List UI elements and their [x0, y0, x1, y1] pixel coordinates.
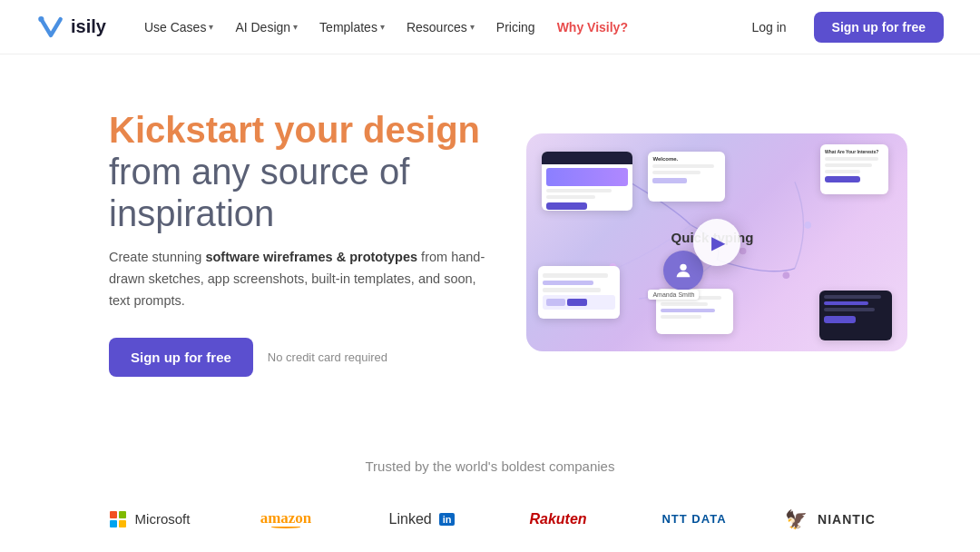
svg-point-2 [740, 248, 747, 255]
logo-amazon: amazon [250, 502, 323, 536]
mockup-card-4 [538, 266, 620, 319]
logo-nttdata: NTT DATA [651, 505, 737, 533]
avatar-label: Amanda Smith [648, 290, 699, 300]
logo-microsoft: Microsoft [99, 504, 201, 535]
cta-note: No credit card required [268, 350, 387, 364]
login-button[interactable]: Log in [735, 13, 802, 42]
svg-point-5 [804, 222, 811, 229]
hero-content: Kickstart your design from any source of… [109, 109, 490, 377]
hero-signup-button[interactable]: Sign up for free [109, 338, 253, 377]
svg-point-3 [783, 272, 790, 280]
trusted-section: Trusted by the world's boldest companies… [0, 422, 980, 552]
logos-grid: Microsoft amazon Linked in Rakuten NTT D… [82, 501, 898, 552]
nav-ai-design[interactable]: AI Design ▾ [226, 15, 307, 40]
nav-use-cases[interactable]: Use Cases ▾ [135, 15, 222, 40]
microsoft-icon [110, 511, 126, 527]
amazon-arrow [271, 526, 299, 528]
hero-cta: Sign up for free No credit card required [109, 338, 490, 377]
nav-links: Use Cases ▾ AI Design ▾ Templates ▾ Reso… [135, 15, 735, 40]
linkedin-badge: in [439, 513, 456, 526]
svg-point-0 [38, 16, 44, 22]
mockup-card-2: Welcome. [648, 152, 725, 202]
chevron-down-icon: ▾ [209, 22, 213, 32]
logo[interactable]: isily [36, 13, 106, 42]
navbar: isily Use Cases ▾ AI Design ▾ Templates … [0, 0, 980, 54]
niantic-icon: 🦅 [785, 508, 808, 530]
logo-linkedin: Linked in [378, 504, 466, 535]
hero-title: Kickstart your design from any source of… [109, 109, 490, 234]
logo-text: isily [71, 16, 106, 37]
hero-image: Welcome. What Are Your Interests? Amanda [526, 133, 907, 351]
nav-actions: Log in Sign up for free [735, 12, 944, 43]
logo-niantic: 🦅 NIANTIC [774, 501, 887, 537]
nav-pricing[interactable]: Pricing [487, 15, 544, 40]
mockup-card-3: What Are Your Interests? [820, 144, 888, 194]
chevron-down-icon: ▾ [293, 22, 298, 32]
svg-point-6 [681, 264, 687, 271]
hero-section: Kickstart your design from any source of… [0, 54, 980, 422]
logo-rakuten: Rakuten [518, 504, 597, 535]
chevron-down-icon: ▾ [470, 22, 475, 32]
hero-description: Create stunning software wireframes & pr… [109, 247, 490, 312]
mockup-card-6 [819, 291, 892, 340]
nav-resources[interactable]: Resources ▾ [397, 15, 484, 40]
signup-button[interactable]: Sign up for free [814, 12, 944, 43]
trusted-title: Trusted by the world's boldest companies [73, 458, 907, 474]
nav-why-visily[interactable]: Why Visily? [548, 15, 637, 40]
mockup-card-1 [542, 152, 632, 211]
chevron-down-icon: ▾ [380, 22, 385, 32]
nav-templates[interactable]: Templates ▾ [310, 15, 394, 40]
play-button[interactable] [693, 219, 740, 266]
